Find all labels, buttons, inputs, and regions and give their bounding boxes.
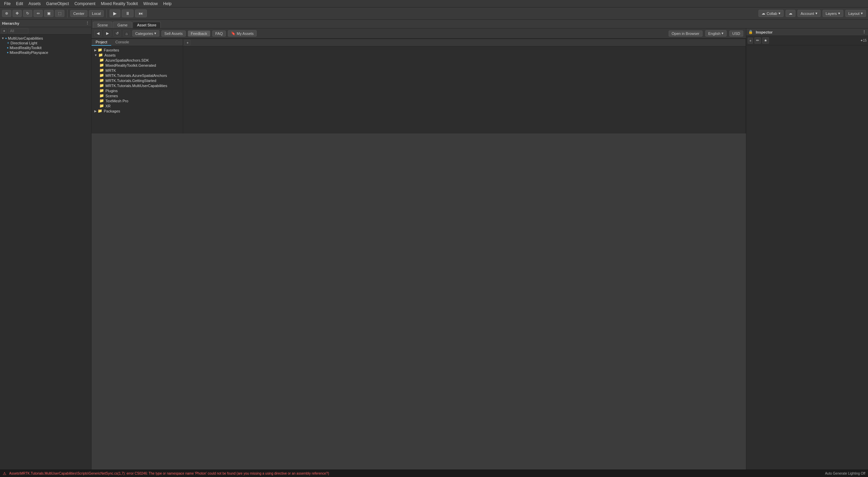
hierarchy-header: Hierarchy ⋮ (0, 20, 91, 27)
asset-folder-item[interactable]: 📁MixedRealityToolkit.Generated (92, 63, 183, 68)
go-icon: ☀ (7, 41, 9, 45)
account-btn[interactable]: Account ▾ (797, 10, 821, 17)
inspector-panel: 🔒 Inspector ⋮ + ✏ ★ ✦15 (746, 28, 868, 470)
as-toolbar-right: Open in Browser English ▾ USD (669, 30, 743, 37)
local-btn[interactable]: Local (89, 10, 104, 17)
menu-assets[interactable]: Assets (26, 1, 43, 7)
folder-triangle-icon: ▶ (94, 48, 97, 52)
project-add-btn[interactable]: + (184, 40, 191, 45)
nav-back[interactable]: ◀ (94, 30, 102, 37)
rect-btn[interactable]: ▣ (44, 10, 54, 17)
add-component-icon-btn[interactable]: + (748, 38, 753, 44)
hierarchy-item-label: MultiUserCapabilities (8, 36, 43, 40)
cloud-btn[interactable]: ☁ (786, 10, 795, 17)
asset-folder-item[interactable]: 📁MRTK.Tutorials.MultiUserCapabilities (92, 83, 183, 88)
hierarchy-item-multiuser[interactable]: ▼ ● MultiUserCapabilities (0, 36, 91, 41)
asset-folder-item[interactable]: ▶📁Packages (92, 108, 183, 113)
transform-btn[interactable]: ⊕ (2, 10, 11, 17)
language-btn[interactable]: English ▾ (705, 30, 727, 37)
hierarchy-item-dirlight[interactable]: ☀ Directional Light (0, 41, 91, 45)
nav-refresh[interactable]: ↺ (113, 30, 121, 37)
asset-folder-tree: ▶📁Favorites▼📁Assets📁AzureSpatialAnchors.… (92, 46, 183, 133)
inspector-title: Inspector (756, 30, 773, 34)
folder-label: TextMesh Pro (105, 99, 128, 103)
hierarchy-item-mrtkplayspace[interactable]: ● MixedRealityPlayspace (0, 50, 91, 55)
asset-folder-item[interactable]: ▼📁Assets (92, 53, 183, 58)
sep2 (106, 9, 107, 18)
bottom-left-tabs: Project Console (92, 39, 183, 46)
hierarchy-item-mrtk[interactable]: ● MixedRealityToolkit (0, 45, 91, 50)
layers-btn[interactable]: Layers ▾ (823, 10, 843, 17)
folder-triangle-icon: ▼ (94, 54, 97, 57)
menu-gameobject[interactable]: GameObject (43, 1, 72, 7)
layout-btn[interactable]: Layout ▾ (845, 10, 866, 17)
move-btn[interactable]: ✥ (13, 10, 22, 17)
pause-btn[interactable]: ⏸ (122, 9, 134, 17)
project-tab[interactable]: Project (92, 39, 111, 46)
asset-folder-item[interactable]: 📁TextMesh Pro (92, 98, 183, 103)
folder-label: MixedRealityToolkit.Generated (105, 63, 156, 67)
folder-icon: 📁 (99, 104, 104, 108)
asset-folder-item[interactable]: 📁Plugins (92, 88, 183, 93)
asset-folder-item[interactable]: 📁Scenes (92, 93, 183, 98)
folder-triangle-icon: ▶ (94, 109, 97, 113)
asset-folder-item[interactable]: 📁AzureSpatialAnchors.SDK (92, 58, 183, 63)
collab-btn[interactable]: ☁ Collab ▾ (758, 10, 784, 17)
sell-assets-btn[interactable]: Sell Assets (161, 30, 186, 37)
inspector-options[interactable]: ⋮ (862, 30, 866, 34)
hierarchy-tree: ▼ ● MultiUserCapabilities ☀ Directional … (0, 35, 91, 470)
asset-folder-item[interactable]: 📁XR (92, 103, 183, 108)
menu-file[interactable]: File (1, 1, 13, 7)
folder-label: AzureSpatialAnchors.SDK (105, 58, 149, 62)
hierarchy-search[interactable] (8, 28, 28, 34)
star-icon-btn[interactable]: ★ (762, 37, 769, 44)
folder-icon: 📁 (99, 73, 104, 78)
tab-scene[interactable]: Scene (93, 22, 112, 28)
lock-icon[interactable]: 🔒 (748, 30, 753, 34)
hierarchy-options[interactable]: ⋮ (85, 21, 89, 25)
tab-game[interactable]: Game (113, 22, 132, 28)
hierarchy-item-label: Directional Light (11, 41, 37, 45)
main-toolbar: ⊕ ✥ ↻ ⇔ ▣ ⬚ Center Local ▶ ⏸ ⏭ ☁ Collab … (0, 7, 868, 20)
faq-btn[interactable]: FAQ (212, 30, 226, 37)
asset-folder-item[interactable]: 📁MRTK.Tutorials.GettingStarted (92, 78, 183, 83)
center-btn[interactable]: Center (70, 10, 87, 17)
pencil-icon-btn[interactable]: ✏ (754, 37, 761, 44)
asset-folder-item[interactable]: ▶📁Favorites (92, 47, 183, 53)
currency-btn[interactable]: USD (729, 30, 743, 37)
menu-window[interactable]: Window (141, 1, 161, 7)
folder-label: Assets (104, 53, 116, 57)
folder-label: Scenes (105, 94, 118, 98)
step-btn[interactable]: ⏭ (135, 9, 147, 17)
transform2-btn[interactable]: ⬚ (55, 10, 64, 17)
center-main: ◀ ▶ ↺ ⌂ Categories ▾ Sell Assets Feedbac… (92, 28, 868, 470)
hierarchy-add-btn[interactable]: + (1, 28, 7, 34)
project-toolbar: + (183, 39, 746, 46)
rotate-btn[interactable]: ↻ (23, 10, 32, 17)
folder-label: Plugins (105, 89, 118, 93)
console-tab[interactable]: Console (111, 39, 133, 46)
menu-help[interactable]: Help (160, 1, 174, 7)
play-btn[interactable]: ▶ (110, 9, 120, 17)
menu-mrtk[interactable]: Mixed Reality Toolkit (98, 1, 140, 7)
folder-icon: 📁 (98, 48, 102, 52)
folder-icon: 📁 (99, 63, 104, 67)
tab-asset-store[interactable]: Asset Store (133, 22, 161, 28)
menu-edit[interactable]: Edit (13, 1, 26, 7)
nav-forward[interactable]: ▶ (104, 30, 111, 37)
status-error-text: Assets\MRTK.Tutorials.MultiUserCapabilit… (9, 472, 329, 475)
error-icon: ⚠ (3, 471, 6, 476)
categories-btn[interactable]: Categories ▾ (132, 30, 159, 37)
open-browser-btn[interactable]: Open in Browser (669, 30, 703, 37)
go-icon: ● (5, 37, 7, 40)
menu-component[interactable]: Component (72, 1, 98, 7)
asset-folder-item[interactable]: 📁MRTK (92, 68, 183, 73)
scale-btn[interactable]: ⇔ (34, 10, 43, 17)
feedback-btn[interactable]: Feedback (188, 30, 210, 37)
tab-bar: Scene Game Asset Store (92, 20, 868, 28)
asset-folder-item[interactable]: 📁MRTK.Tutorials.AzureSpatialAnchors (92, 73, 183, 78)
folder-icon: 📁 (99, 68, 104, 72)
hierarchy-toolbar: + (0, 27, 91, 35)
nav-home[interactable]: ⌂ (123, 30, 130, 37)
my-assets-btn[interactable]: 🔖 My Assets (228, 30, 257, 37)
